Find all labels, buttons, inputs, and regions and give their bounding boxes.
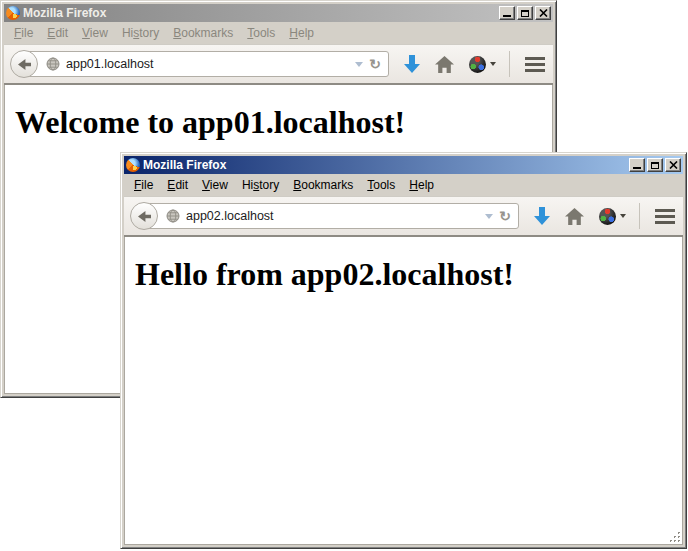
caption-buttons	[497, 6, 551, 20]
menu-bookmarks[interactable]: Bookmarks	[166, 24, 240, 42]
firefox-window-app02: Mozilla Firefox File Edit View History B…	[120, 152, 687, 549]
page-heading: Hello from app02.localhost!	[135, 256, 682, 293]
close-icon	[669, 161, 678, 169]
menu-tools[interactable]: Tools	[360, 176, 402, 194]
menu-file[interactable]: File	[127, 176, 160, 194]
title-bar[interactable]: Mozilla Firefox	[124, 156, 683, 174]
minimize-button[interactable]	[629, 158, 645, 172]
window-title: Mozilla Firefox	[143, 158, 624, 172]
download-button[interactable]	[534, 207, 550, 225]
globe-site-icon	[46, 57, 60, 71]
extension-button[interactable]	[599, 208, 626, 225]
menu-bar: File Edit View History Bookmarks Tools H…	[4, 22, 553, 44]
resize-grip[interactable]	[667, 529, 681, 543]
menu-history[interactable]: History	[115, 24, 166, 42]
close-icon	[539, 9, 548, 17]
globe-site-icon	[166, 209, 180, 223]
menu-file[interactable]: File	[7, 24, 40, 42]
firefox-logo-icon	[6, 6, 20, 20]
home-button[interactable]	[435, 56, 454, 73]
menu-help[interactable]: Help	[282, 24, 321, 42]
maximize-button[interactable]	[647, 158, 663, 172]
hamburger-icon	[655, 209, 675, 224]
download-arrow-icon	[534, 207, 550, 225]
maximize-icon	[521, 10, 529, 17]
url-text[interactable]: app01.localhost	[66, 57, 154, 71]
menu-help[interactable]: Help	[402, 176, 441, 194]
firefox-logo-icon	[126, 158, 140, 172]
page-heading: Welcome to app01.localhost!	[15, 104, 552, 141]
home-button[interactable]	[565, 208, 584, 225]
menu-bookmarks[interactable]: Bookmarks	[286, 176, 360, 194]
toolbar-separator	[639, 203, 640, 229]
page-content: Hello from app02.localhost!	[124, 237, 683, 545]
caret-down-icon	[620, 214, 626, 218]
minimize-button[interactable]	[499, 6, 515, 20]
download-button[interactable]	[404, 55, 420, 73]
navigation-toolbar: app01.localhost ↻	[4, 44, 553, 85]
caption-buttons	[627, 158, 681, 172]
window-title: Mozilla Firefox	[23, 6, 494, 20]
url-text[interactable]: app02.localhost	[186, 209, 274, 223]
toolbar-separator	[509, 51, 510, 77]
back-arrow-icon	[17, 58, 32, 71]
url-bar[interactable]: app01.localhost ↻	[23, 51, 389, 77]
reload-icon[interactable]: ↻	[369, 57, 381, 71]
hamburger-icon	[525, 57, 545, 72]
download-arrow-icon	[404, 55, 420, 73]
desktop: Mozilla Firefox File Edit View History B…	[0, 0, 688, 551]
reload-icon[interactable]: ↻	[499, 209, 511, 223]
url-bar[interactable]: app02.localhost ↻	[143, 203, 519, 229]
history-dropdown-icon[interactable]	[485, 214, 493, 219]
back-button[interactable]	[130, 202, 158, 230]
menu-tools[interactable]: Tools	[240, 24, 282, 42]
maximize-button[interactable]	[517, 6, 533, 20]
minimize-icon	[633, 167, 641, 169]
hamburger-menu-button[interactable]	[655, 209, 675, 224]
caret-down-icon	[490, 62, 496, 66]
menu-bar: File Edit View History Bookmarks Tools H…	[124, 174, 683, 196]
menu-view[interactable]: View	[75, 24, 115, 42]
maximize-icon	[651, 162, 659, 169]
menu-edit[interactable]: Edit	[40, 24, 75, 42]
hamburger-menu-button[interactable]	[525, 57, 545, 72]
menu-view[interactable]: View	[195, 176, 235, 194]
color-wheel-icon	[469, 56, 486, 73]
menu-history[interactable]: History	[235, 176, 286, 194]
home-icon	[565, 208, 584, 225]
home-icon	[435, 56, 454, 73]
extension-button[interactable]	[469, 56, 496, 73]
back-arrow-icon	[137, 210, 152, 223]
close-button[interactable]	[535, 6, 551, 20]
navigation-toolbar: app02.localhost ↻	[124, 196, 683, 237]
minimize-icon	[503, 15, 511, 17]
color-wheel-icon	[599, 208, 616, 225]
close-button[interactable]	[665, 158, 681, 172]
back-button[interactable]	[10, 50, 38, 78]
history-dropdown-icon[interactable]	[355, 62, 363, 67]
menu-edit[interactable]: Edit	[160, 176, 195, 194]
title-bar[interactable]: Mozilla Firefox	[4, 4, 553, 22]
